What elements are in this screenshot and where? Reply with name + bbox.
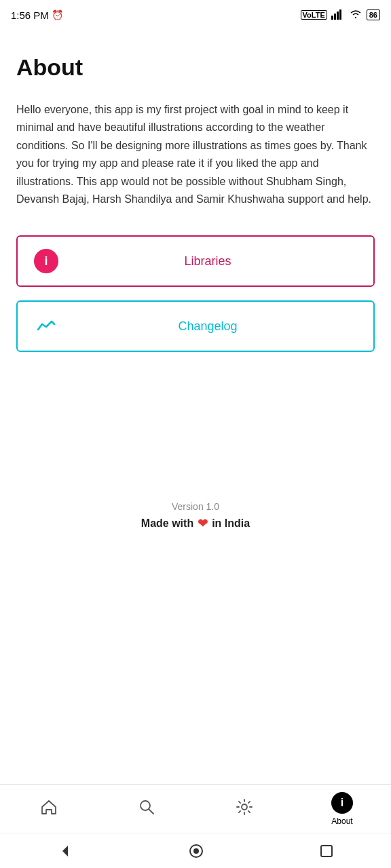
nav-home[interactable]: [0, 798, 98, 820]
home-button[interactable]: [188, 843, 204, 859]
battery-indicator: 86: [367, 9, 380, 20]
settings-icon: [236, 798, 253, 820]
status-icons: VoLTE 86: [301, 9, 380, 22]
svg-rect-10: [321, 846, 332, 856]
trending-icon: [34, 314, 58, 338]
svg-point-6: [242, 804, 247, 810]
libraries-label: Libraries: [58, 254, 357, 269]
search-icon: [138, 798, 155, 820]
volte-icon: VoLTE: [301, 10, 327, 20]
nav-about[interactable]: i About: [293, 792, 391, 826]
system-navigation: [0, 833, 391, 868]
svg-rect-2: [337, 12, 339, 20]
about-description: Hello everyone, this app is my first pro…: [16, 101, 375, 208]
svg-rect-1: [334, 14, 336, 20]
alarm-icon: ⏰: [52, 9, 63, 20]
changelog-label: Changelog: [58, 319, 357, 334]
recents-button[interactable]: [319, 844, 334, 859]
signal-icon: [331, 9, 345, 22]
main-content: About Hello everyone, this app is my fir…: [0, 27, 391, 784]
svg-point-9: [193, 848, 199, 854]
nav-settings[interactable]: [196, 798, 293, 820]
version-section: Version 1.0 Made with ❤ in India: [16, 488, 375, 551]
status-time: 1:56 PM ⏰: [11, 9, 63, 21]
made-with-text: Made with ❤ in India: [16, 516, 375, 531]
home-icon: [40, 798, 58, 820]
svg-marker-7: [62, 846, 68, 856]
changelog-button[interactable]: Changelog: [16, 300, 375, 352]
back-button[interactable]: [57, 843, 73, 859]
page-title: About: [16, 54, 375, 81]
svg-rect-3: [339, 9, 341, 20]
nav-about-label: About: [331, 816, 352, 826]
svg-line-5: [149, 809, 153, 814]
libraries-button[interactable]: i Libraries: [16, 235, 375, 287]
wifi-icon: [349, 9, 362, 22]
action-buttons: i Libraries Changelog: [16, 235, 375, 352]
status-bar: 1:56 PM ⏰ VoLTE 86: [0, 0, 391, 27]
about-active-icon: i: [331, 792, 353, 814]
version-text: Version 1.0: [16, 501, 375, 512]
nav-search[interactable]: [98, 798, 196, 820]
info-icon: i: [34, 249, 58, 273]
bottom-navigation: i About: [0, 784, 391, 833]
heart-icon: ❤: [198, 516, 208, 531]
svg-rect-0: [331, 16, 333, 20]
